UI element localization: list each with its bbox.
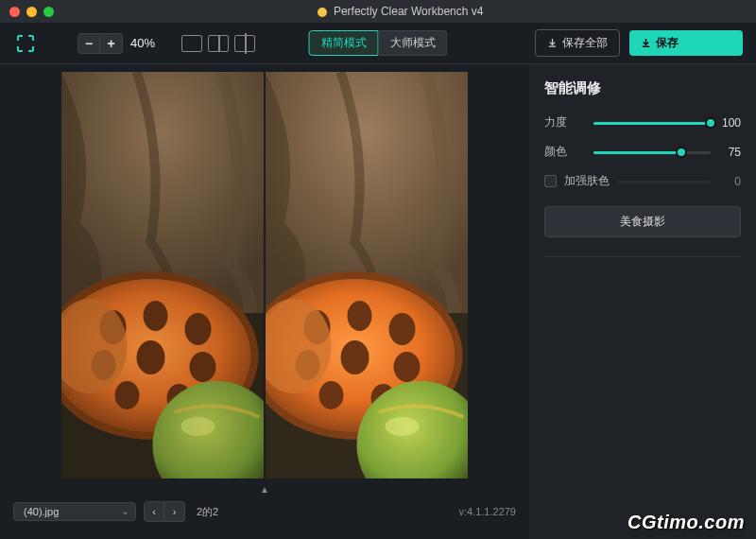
mode-toggle: 精简模式 大师模式: [309, 30, 448, 56]
svg-point-20: [348, 301, 372, 331]
maximize-window-icon[interactable]: [43, 7, 54, 17]
strength-label: 力度: [544, 114, 586, 130]
skin-slider[interactable]: [617, 175, 711, 188]
skin-control: 加强肤色 0: [544, 173, 741, 189]
download-icon: [547, 38, 558, 48]
page-indicator: 2的2: [197, 505, 218, 519]
svg-point-24: [394, 352, 421, 382]
save-button[interactable]: 保存: [629, 30, 743, 56]
adjustments-panel: 智能调修 力度 100 颜色 75 加强肤色 0 美食摄影: [529, 64, 756, 539]
skin-label: 加强肤色: [564, 173, 610, 189]
svg-point-5: [144, 301, 168, 331]
svg-point-21: [389, 313, 416, 345]
svg-point-8: [137, 340, 165, 374]
color-control: 颜色 75: [544, 144, 741, 160]
download-icon: [641, 38, 651, 48]
svg-point-10: [115, 381, 140, 409]
titlebar: Perfectly Clear Workbench v4: [0, 0, 756, 23]
toolbar: − + 40% 精简模式 大师模式 ↶ ↷ 保存全部 保存: [0, 23, 756, 64]
mode-simple-button[interactable]: 精简模式: [309, 30, 379, 56]
svg-point-25: [319, 381, 344, 409]
view-split-button[interactable]: [208, 35, 229, 52]
version-label: v:4.1.1.2279: [458, 506, 516, 517]
skin-value: 0: [718, 175, 741, 188]
svg-point-14: [181, 417, 215, 436]
color-slider[interactable]: [593, 146, 711, 159]
close-window-icon[interactable]: [9, 7, 20, 17]
svg-point-29: [386, 417, 420, 436]
preview-compare[interactable]: [61, 72, 468, 478]
fit-screen-button[interactable]: [13, 31, 38, 56]
view-single-button[interactable]: [181, 35, 202, 52]
crop-icon: [16, 34, 35, 53]
watermark: CGtimo.com: [627, 512, 745, 533]
canvas-area: ▲ (40).jpg ‹ › 2的2 v:4.1.1.2279: [0, 64, 529, 539]
panel-title: 智能调修: [544, 79, 741, 97]
color-value: 75: [718, 146, 741, 159]
filmstrip-toggle-icon[interactable]: ▲: [260, 484, 269, 495]
strength-value: 100: [718, 116, 741, 130]
preview-after: [266, 72, 468, 478]
skin-checkbox[interactable]: [544, 175, 557, 187]
zoom-level: 40%: [130, 36, 155, 50]
color-label: 颜色: [544, 144, 586, 160]
svg-point-6: [185, 313, 212, 345]
zoom-out-button[interactable]: −: [77, 33, 100, 54]
preset-button[interactable]: 美食摄影: [544, 206, 741, 237]
zoom-in-button[interactable]: +: [100, 33, 123, 54]
strength-slider[interactable]: [593, 116, 711, 130]
minimize-window-icon[interactable]: [26, 7, 37, 17]
window-controls: [9, 7, 54, 17]
file-selector-dropdown[interactable]: (40).jpg: [13, 502, 136, 521]
svg-point-9: [190, 352, 216, 382]
window-title: Perfectly Clear Workbench v4: [54, 5, 747, 18]
save-all-button[interactable]: 保存全部: [535, 29, 620, 57]
next-image-button[interactable]: ›: [164, 501, 185, 522]
mode-master-button[interactable]: 大师模式: [379, 30, 448, 56]
app-icon: [318, 8, 327, 17]
prev-image-button[interactable]: ‹: [144, 501, 164, 522]
svg-point-23: [341, 340, 369, 374]
preview-before: [61, 72, 264, 478]
panel-divider: [544, 256, 741, 257]
view-slider-button[interactable]: [234, 35, 255, 52]
strength-control: 力度 100: [544, 114, 741, 130]
